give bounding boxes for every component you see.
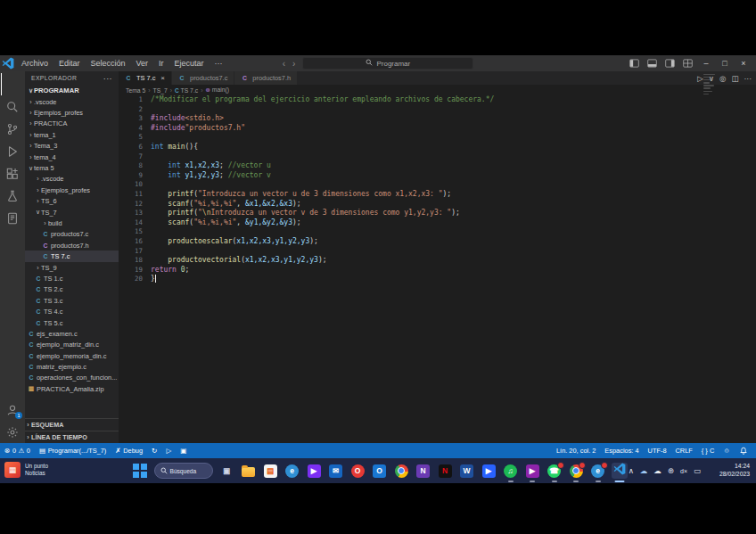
menu-item-[interactable]: ··· (210, 55, 228, 71)
tab-productos7-c[interactable]: Cproductos7.c (172, 71, 234, 85)
taskbar-chrome-profile[interactable] (568, 463, 584, 479)
cloud-icon[interactable]: ☁ (653, 466, 662, 475)
hidden-icons-chevron[interactable]: ∧ (629, 466, 634, 475)
toggle-panel-icon[interactable] (647, 59, 657, 68)
tree-item--vscode[interactable]: ›.vscode (25, 174, 119, 185)
taskbar-vscode[interactable] (612, 463, 628, 479)
taskbar-whatsapp[interactable]: ☎ (546, 463, 563, 479)
search-icon[interactable] (1, 95, 24, 118)
back-icon[interactable]: ‹ (283, 59, 285, 69)
tree-item-ts-3-c[interactable]: CTS 3.c (25, 295, 119, 306)
close-tab-icon[interactable]: × (160, 74, 165, 82)
command-center-search[interactable]: Programar (302, 57, 473, 70)
tree-item-ts-9[interactable]: ›TS_9 (25, 262, 119, 273)
toggle-sidebar-icon[interactable] (629, 59, 639, 68)
taskbar-clock[interactable]: 14:24 28/02/2023 (719, 463, 750, 478)
sync-button[interactable]: ↻ (147, 443, 161, 458)
battery-icon[interactable]: ▭ (694, 466, 701, 475)
taskbar-chrome[interactable] (393, 463, 409, 479)
tree-item-productos7-c[interactable]: Cproductos7.c (25, 229, 119, 240)
outline-panel[interactable]: › ESQUEMA (25, 418, 119, 431)
breadcrumb-item[interactable]: ⊛ main() (205, 86, 229, 94)
tree-item-ejemplo-matriz-din-c[interactable]: Cejemplo_matriz_din.c (25, 340, 119, 350)
problems[interactable]: ⊗0⚠0 (0, 443, 35, 458)
tree-item--vscode[interactable]: ›.vscode (25, 96, 119, 107)
feedback[interactable]: ☺ (719, 443, 735, 458)
customize-layout-icon[interactable] (683, 59, 693, 68)
language-mode[interactable]: { } C (697, 443, 719, 458)
menu-item-editar[interactable]: Editar (53, 55, 86, 71)
eol[interactable]: CRLF (671, 443, 697, 458)
run-button[interactable]: ▷ (697, 74, 703, 83)
menu-item-seleccin[interactable]: Selección (86, 55, 131, 71)
tree-item-ejemplos-profes[interactable]: ›Ejemplos_profes (25, 107, 119, 118)
tab-ts-7-c[interactable]: CTS 7.c× (119, 71, 172, 85)
maximize-button[interactable]: □ (719, 59, 730, 68)
more-actions-icon[interactable]: ··· (744, 74, 752, 83)
split-editor-icon[interactable]: ◫ (731, 74, 738, 83)
tree-item-ts-1-c[interactable]: CTS 1.c (25, 273, 119, 283)
tree-item-ejemplos-profes[interactable]: ›Ejemplos_profes (25, 185, 119, 195)
preview-icon[interactable]: ◎ (719, 74, 726, 83)
settings-icon[interactable] (1, 421, 24, 443)
menu-item-archivo[interactable]: Archivo (16, 55, 53, 71)
tree-item-ejemplo-memoria-din-c[interactable]: Cejemplo_memoria_din.c (25, 350, 119, 361)
breadcrumb-item[interactable]: C TS 7.c (175, 87, 198, 94)
taskbar-task-view[interactable]: ▣ (218, 463, 234, 479)
tree-item-ts-5-c[interactable]: CTS 5.c (25, 317, 119, 328)
tree-item-practica[interactable]: ›PRACTICA (25, 119, 119, 129)
tree-item-operaciones-con-funcion-[interactable]: Coperaciones_con_funcion... (25, 373, 119, 383)
tree-item-ts-7[interactable]: ∨TS_7 (25, 207, 119, 218)
taskbar-word[interactable]: W (459, 463, 475, 479)
tree-item-tema-4[interactable]: ›tema_4 (25, 152, 119, 162)
breadcrumb-item[interactable]: Tema 5 (126, 87, 145, 94)
extensions-icon[interactable] (1, 162, 24, 185)
toggle-secondary-sidebar-icon[interactable] (665, 59, 675, 68)
taskbar-opera[interactable]: O (349, 463, 366, 479)
run-debug-icon[interactable] (1, 140, 24, 162)
taskbar-mail[interactable]: ✉ (328, 463, 344, 479)
onedrive-icon[interactable]: ☁ (640, 466, 648, 475)
tree-item-tema-5[interactable]: ∨tema 5 (25, 162, 119, 173)
timeline-panel[interactable]: › LÍNEA DE TIEMPO (25, 431, 119, 443)
taskbar-file-explorer[interactable] (241, 463, 257, 479)
tree-item-tema-1[interactable]: ›tema_1 (25, 129, 119, 140)
widgets-button[interactable]: ▦ Un punto Noticias (4, 462, 48, 478)
notifications[interactable] (735, 443, 752, 458)
encoding[interactable]: UTF-8 (644, 443, 671, 458)
tree-item-ts-4-c[interactable]: CTS 4.c (25, 306, 119, 316)
tree-item-ts-7-c[interactable]: CTS 7.c (25, 251, 119, 261)
tree-item-tema-3[interactable]: ›Tema_3 (25, 141, 119, 152)
tree-item-build[interactable]: ›build (25, 218, 119, 228)
workspace-root-folder[interactable]: ∨ PROGRAMAR (25, 85, 119, 96)
taskbar-search[interactable]: Búsqueda (154, 463, 213, 479)
clean-button[interactable]: ▣ (176, 443, 191, 458)
minimap[interactable] (703, 74, 717, 96)
tab-productos7-h[interactable]: Cproductos7.h (234, 71, 298, 85)
build-target[interactable]: ▤Programar(.../TS_7) (35, 443, 111, 458)
close-button[interactable]: × (738, 59, 749, 68)
tree-item-ejs-examen-c[interactable]: Cejs_examen.c (25, 328, 119, 339)
indentation[interactable]: Espacios: 4 (600, 443, 643, 458)
testing-icon[interactable] (1, 185, 24, 207)
security-icon[interactable]: ⊛ (668, 466, 674, 475)
minimize-button[interactable]: – (701, 59, 711, 68)
taskbar-spotify[interactable]: ♫ (503, 463, 519, 479)
taskbar-clipchamp[interactable]: ▶ (306, 463, 322, 479)
code-editor[interactable]: 1/*Modificar el programa del ejercicio a… (119, 95, 756, 443)
explorer-more-actions-icon[interactable]: ··· (103, 74, 112, 83)
debug-config[interactable]: ✗Debug (111, 443, 147, 458)
tree-item-ts-6[interactable]: ›TS_6 (25, 196, 119, 207)
taskbar-onenote[interactable]: N (415, 463, 431, 479)
menu-item-ver[interactable]: Ver (131, 55, 154, 71)
forward-icon[interactable]: › (292, 59, 295, 69)
tree-item-ts-2-c[interactable]: CTS 2.c (25, 284, 119, 295)
taskbar-media-app[interactable]: ▶ (524, 463, 540, 479)
menu-item-ejecutar[interactable]: Ejecutar (169, 55, 210, 71)
taskbar-start[interactable] (132, 463, 148, 479)
tree-item-matriz-ejemplo-c[interactable]: Cmatriz_ejemplo.c (25, 361, 119, 372)
explorer-icon[interactable] (1, 73, 25, 95)
tree-item-productos7-h[interactable]: Cproductos7.h (25, 240, 119, 251)
breadcrumb[interactable]: Tema 5›TS_7›C TS 7.c›⊛ main() (119, 85, 756, 95)
menu-item-ir[interactable]: Ir (153, 55, 169, 71)
